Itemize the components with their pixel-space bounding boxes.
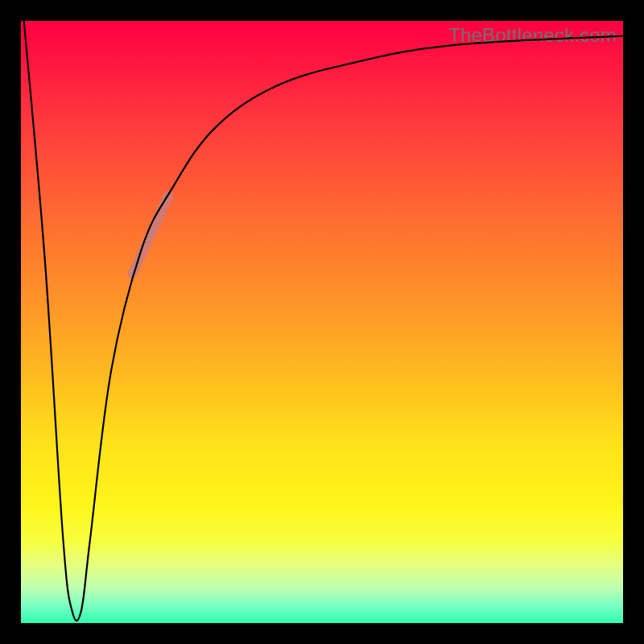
curve-canvas: [21, 21, 623, 623]
plot-area: TheBottleneck.com: [21, 21, 623, 623]
chart-frame: TheBottleneck.com: [0, 0, 644, 644]
bottleneck-curve: [24, 21, 623, 621]
